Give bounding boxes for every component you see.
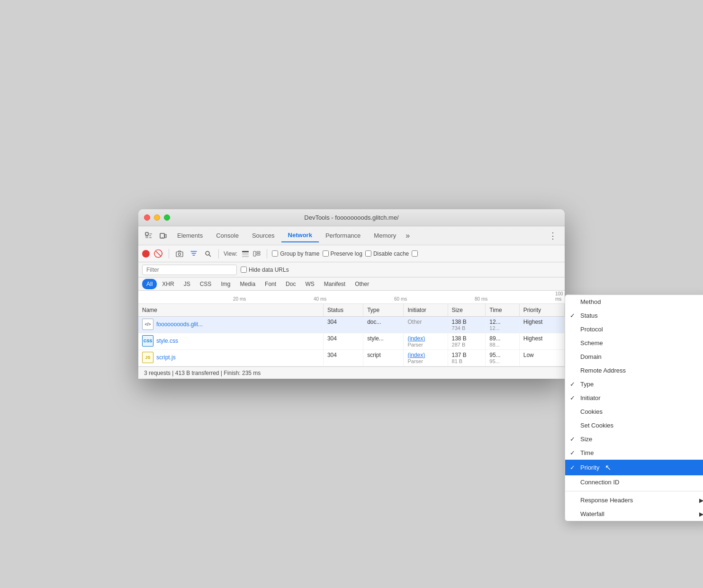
menu-item-label: Time [580, 449, 594, 456]
checkmark-icon: ✓ [570, 449, 575, 456]
col-header-name[interactable]: Name [138, 304, 323, 317]
menu-item-response-headers[interactable]: Response Headers▶ [565, 493, 703, 507]
capture-screenshots-button[interactable] [174, 248, 185, 259]
menu-item-protocol[interactable]: Protocol [565, 322, 703, 336]
svg-point-6 [206, 251, 209, 255]
tab-console[interactable]: Console [209, 229, 245, 242]
disable-cache-checkbox[interactable]: Disable cache [365, 250, 409, 257]
col-header-status[interactable]: Status [323, 304, 363, 317]
cell-type: script [363, 350, 404, 366]
inspect-element-icon[interactable] [142, 229, 155, 242]
cell-type: doc... [363, 317, 404, 333]
col-header-priority[interactable]: Priority [519, 304, 564, 317]
col-header-initiator[interactable]: Initiator [404, 304, 448, 317]
submenu-arrow-icon: ▶ [699, 497, 703, 504]
type-filter-all[interactable]: All [142, 279, 157, 289]
menu-item-cookies[interactable]: Cookies [565, 405, 703, 419]
list-view-icon[interactable] [240, 249, 251, 259]
cell-size: 137 B81 B [448, 350, 486, 366]
menu-item-size[interactable]: ✓Size [565, 432, 703, 446]
device-toolbar-icon[interactable] [156, 229, 170, 242]
cell-status: 304 [323, 317, 363, 333]
checkmark-icon: ✓ [570, 381, 575, 388]
tab-memory[interactable]: Memory [367, 229, 403, 242]
type-filter-ws[interactable]: WS [301, 279, 318, 289]
cell-size: 138 B734 B [448, 317, 486, 333]
type-filter-img[interactable]: Img [216, 279, 234, 289]
filter-input[interactable] [142, 265, 237, 275]
tab-network[interactable]: Network [281, 229, 319, 242]
extra-checkbox[interactable] [412, 250, 418, 257]
cell-time: 89...88... [486, 333, 519, 350]
context-menu: Method✓StatusProtocolSchemeDomainRemote … [565, 294, 703, 521]
menu-item-label: Waterfall [580, 510, 604, 517]
menu-item-remote-address[interactable]: Remote Address [565, 364, 703, 377]
clear-button[interactable]: 🚫 [153, 248, 164, 259]
menu-item-domain[interactable]: Domain [565, 350, 703, 364]
timeline-tick: 100 ms [555, 291, 565, 302]
type-filter-js[interactable]: JS [180, 279, 195, 289]
menu-item-label: Initiator [580, 394, 601, 401]
status-text: 3 requests | 413 B transferred | Finish:… [144, 370, 261, 376]
cell-priority: Highest [519, 317, 564, 333]
tab-elements[interactable]: Elements [171, 229, 209, 242]
menu-item-label: Size [580, 436, 592, 443]
cell-time: 12...12... [486, 317, 519, 333]
menu-item-type[interactable]: ✓Type [565, 377, 703, 391]
type-filter-other[interactable]: Other [351, 279, 373, 289]
filter-button[interactable] [188, 248, 199, 259]
cell-priority: Highest [519, 333, 564, 350]
menu-item-status[interactable]: ✓Status [565, 309, 703, 322]
devtools-menu-button[interactable]: ⋮ [545, 229, 561, 243]
type-filter-manifest[interactable]: Manifest [320, 279, 350, 289]
group-by-frame-checkbox[interactable]: Group by frame [272, 250, 319, 257]
menu-item-priority[interactable]: ✓Priority↖ [565, 460, 703, 475]
network-table: NameStatusTypeInitiatorSizeTimePriority … [138, 304, 565, 366]
menu-item-label: Connection ID [580, 479, 619, 486]
svg-rect-2 [165, 234, 166, 238]
menu-item-label: Set Cookies [580, 422, 613, 429]
more-tabs-button[interactable]: » [403, 230, 413, 242]
cell-time: 95...95... [486, 350, 519, 366]
cell-name: JSscript.js [138, 350, 323, 366]
type-filter-doc[interactable]: Doc [281, 279, 300, 289]
menu-item-scheme[interactable]: Scheme [565, 336, 703, 350]
menu-item-set-cookies[interactable]: Set Cookies [565, 419, 703, 432]
menu-item-method[interactable]: Method [565, 295, 703, 309]
js-icon: JS [142, 352, 153, 363]
tree-view-icon[interactable] [252, 249, 262, 259]
type-filter-media[interactable]: Media [235, 279, 260, 289]
record-button[interactable] [142, 250, 150, 258]
maximize-button[interactable] [164, 214, 170, 221]
type-filter-css[interactable]: CSS [196, 279, 216, 289]
menu-item-initiator[interactable]: ✓Initiator [565, 391, 703, 405]
svg-rect-10 [253, 251, 256, 256]
close-button[interactable] [144, 214, 150, 221]
menu-item-label: Remote Address [580, 367, 626, 374]
type-filter-xhr[interactable]: XHR [158, 279, 178, 289]
col-header-size[interactable]: Size [448, 304, 486, 317]
timeline-tick: 20 ms [233, 296, 246, 302]
search-button[interactable] [202, 248, 214, 259]
table-row[interactable]: CSSstyle.css304style...(index)Parser138 … [138, 333, 565, 350]
svg-rect-7 [242, 251, 249, 252]
hide-data-urls-checkbox[interactable]: Hide data URLs [241, 267, 289, 273]
svg-point-3 [162, 237, 163, 238]
preserve-log-checkbox[interactable]: Preserve log [323, 250, 362, 257]
cell-initiator: (index)Parser [404, 333, 448, 350]
type-filters: AllXHRJSCSSImgMediaFontDocWSManifestOthe… [138, 277, 565, 291]
table-row[interactable]: </> foooooooods.glit...304doc...Other138… [138, 317, 565, 333]
minimize-button[interactable] [154, 214, 160, 221]
menu-item-label: Type [580, 381, 594, 388]
col-header-type[interactable]: Type [363, 304, 404, 317]
type-filter-font[interactable]: Font [261, 279, 280, 289]
menu-item-waterfall[interactable]: Waterfall▶ [565, 507, 703, 521]
table-row[interactable]: JSscript.js304script(index)Parser137 B81… [138, 350, 565, 366]
col-header-time[interactable]: Time [486, 304, 519, 317]
view-label: View: [224, 250, 237, 257]
menu-item-label: Protocol [580, 326, 603, 333]
menu-item-connection-id[interactable]: Connection ID [565, 475, 703, 489]
tab-performance[interactable]: Performance [319, 229, 367, 242]
tab-sources[interactable]: Sources [245, 229, 281, 242]
menu-item-time[interactable]: ✓Time [565, 446, 703, 460]
